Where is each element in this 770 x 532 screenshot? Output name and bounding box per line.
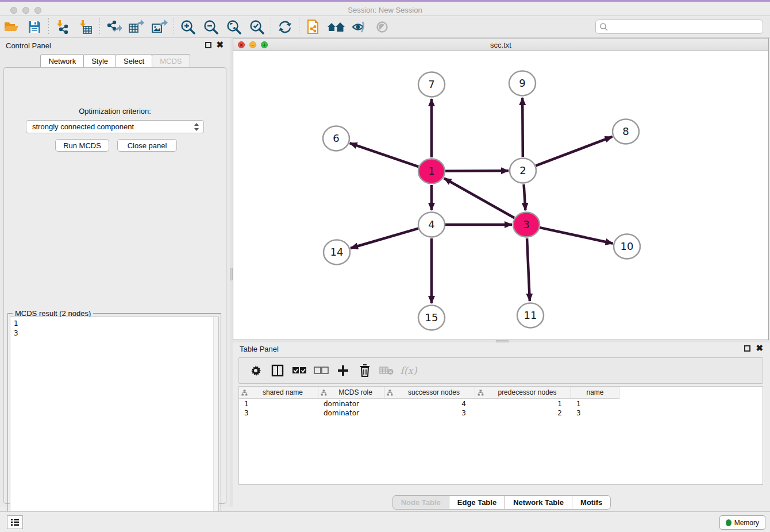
import-network-button[interactable] xyxy=(51,18,74,36)
attribute-type-icon xyxy=(478,390,484,396)
eye-slash-icon xyxy=(351,20,367,34)
delete-column-button[interactable] xyxy=(354,361,376,380)
column-header-name[interactable]: name xyxy=(571,387,619,399)
mcds-result-textarea[interactable]: 1 3 xyxy=(10,317,219,528)
table-row[interactable]: 3dominator323 xyxy=(239,408,619,418)
status-bar: Memory xyxy=(0,511,770,532)
apply-function-button[interactable]: f(x) xyxy=(398,361,419,380)
control-panel: Control Panel ✖ NetworkStyleSelectMCDS O… xyxy=(0,38,230,507)
network-view-window: × − + scc.txt 7968124314101511 xyxy=(233,38,769,340)
table-cell[interactable]: dominator xyxy=(318,399,384,408)
column-header-shared-name[interactable]: shared name xyxy=(239,387,318,399)
table-cell[interactable]: 4 xyxy=(384,399,475,408)
memory-button[interactable]: Memory xyxy=(719,515,765,530)
network-window-titlebar[interactable]: × − + scc.txt xyxy=(233,38,768,51)
search-box[interactable] xyxy=(595,20,763,34)
table-panel: Table Panel ✖ xyxy=(233,342,770,510)
table-cell[interactable]: 1 xyxy=(239,399,318,408)
tab-network-table[interactable]: Network Table xyxy=(505,495,572,510)
tab-edge-table[interactable]: Edge Table xyxy=(449,495,505,510)
import-network-icon xyxy=(55,20,70,34)
export-table-button[interactable] xyxy=(125,18,148,36)
export-image-button[interactable] xyxy=(148,18,171,36)
graph-edge-2-8[interactable] xyxy=(536,137,612,166)
graph-edge-1-2[interactable] xyxy=(445,171,509,171)
window-title: Session: New Session xyxy=(0,6,770,14)
float-panel-icon[interactable] xyxy=(744,345,750,352)
graph-edge-1-6[interactable] xyxy=(350,143,419,167)
checked-boxes-icon xyxy=(292,367,307,375)
tab-motifs[interactable]: Motifs xyxy=(572,495,611,510)
tab-style[interactable]: Style xyxy=(83,54,116,67)
table-toolbar: f(x) xyxy=(238,357,763,384)
show-hide-columns-button[interactable] xyxy=(267,361,288,380)
table-header-row: shared nameMCDS rolesuccessor nodesprede… xyxy=(239,387,619,399)
zoom-out-button[interactable] xyxy=(199,18,222,36)
hide-selected-button[interactable] xyxy=(348,18,371,36)
export-network-button[interactable] xyxy=(102,18,125,36)
dropdown-stepper-icon xyxy=(194,122,199,132)
run-mcds-button[interactable]: Run MCDS xyxy=(55,139,109,152)
table-cell[interactable]: 3 xyxy=(571,408,619,418)
graph-edge-3-1[interactable] xyxy=(444,178,514,218)
graph-node-label: 6 xyxy=(333,132,339,144)
close-panel-icon[interactable]: ✖ xyxy=(756,344,763,353)
export-image-icon xyxy=(151,20,168,34)
import-table-button[interactable] xyxy=(74,18,97,36)
toolbar-separator xyxy=(99,18,100,36)
home-icon xyxy=(327,20,345,34)
add-column-button[interactable] xyxy=(332,361,354,380)
tab-mcds[interactable]: MCDS xyxy=(152,54,190,67)
open-file-button[interactable] xyxy=(0,18,23,36)
table-cell[interactable]: 2 xyxy=(475,408,571,418)
table-settings-button[interactable] xyxy=(245,361,267,380)
zoom-in-button[interactable] xyxy=(176,18,199,36)
task-history-button[interactable] xyxy=(7,515,23,529)
main-toolbar xyxy=(0,16,770,38)
float-panel-icon[interactable] xyxy=(205,42,211,48)
graph-edge-2-3[interactable] xyxy=(524,184,526,210)
column-header-predecessor-nodes[interactable]: predecessor nodes xyxy=(475,387,571,399)
trash-icon xyxy=(359,364,371,377)
result-scrollbar[interactable] xyxy=(213,317,218,527)
table-cell[interactable]: 1 xyxy=(475,399,571,408)
column-header-MCDS-role[interactable]: MCDS role xyxy=(318,387,384,399)
zoom-fit-button[interactable] xyxy=(222,18,245,36)
export-table-icon xyxy=(128,20,145,34)
table-cell[interactable]: 1 xyxy=(571,399,619,408)
show-all-button[interactable] xyxy=(371,18,394,36)
tab-node-table[interactable]: Node Table xyxy=(392,495,449,510)
criterion-dropdown[interactable]: strongly connected component xyxy=(26,120,204,133)
graph-edge-4-14[interactable] xyxy=(351,229,418,248)
table-cell[interactable]: 3 xyxy=(384,408,475,418)
optimization-criterion-label: Optimization criterion: xyxy=(4,107,226,115)
zoom-in-icon xyxy=(180,20,195,34)
tab-network[interactable]: Network xyxy=(40,54,84,67)
window-titlebar: Session: New Session xyxy=(0,0,770,16)
plus-icon xyxy=(337,364,349,377)
network-canvas[interactable]: 7968124314101511 xyxy=(233,51,768,340)
graph-edge-3-10[interactable] xyxy=(540,228,613,244)
graph-node-label: 10 xyxy=(621,240,634,252)
zoom-selected-button[interactable] xyxy=(245,18,268,36)
search-input[interactable] xyxy=(609,22,763,31)
table-row[interactable]: 1dominator411 xyxy=(239,399,619,408)
refresh-button[interactable] xyxy=(274,18,297,36)
delete-table-button[interactable] xyxy=(376,361,398,380)
graph-edge-3-11[interactable] xyxy=(527,238,530,301)
save-session-button[interactable] xyxy=(23,18,46,36)
select-all-button[interactable] xyxy=(288,361,310,380)
first-neighbors-button[interactable] xyxy=(325,18,348,36)
close-panel-button[interactable]: Close panel xyxy=(117,139,177,152)
table-cell[interactable]: 3 xyxy=(239,408,318,418)
control-panel-title: Control Panel xyxy=(6,41,51,50)
graph-edge-2-9[interactable] xyxy=(522,98,523,157)
table-cell[interactable]: dominator xyxy=(318,408,384,418)
close-panel-icon[interactable]: ✖ xyxy=(216,40,224,49)
graph-node-label: 15 xyxy=(425,311,438,323)
duplicate-network-button[interactable] xyxy=(302,18,325,36)
deselect-all-button[interactable] xyxy=(310,361,332,380)
tab-select[interactable]: Select xyxy=(116,54,152,67)
column-header-successor-nodes[interactable]: successor nodes xyxy=(384,387,475,399)
graph-node-label: 11 xyxy=(524,309,537,321)
